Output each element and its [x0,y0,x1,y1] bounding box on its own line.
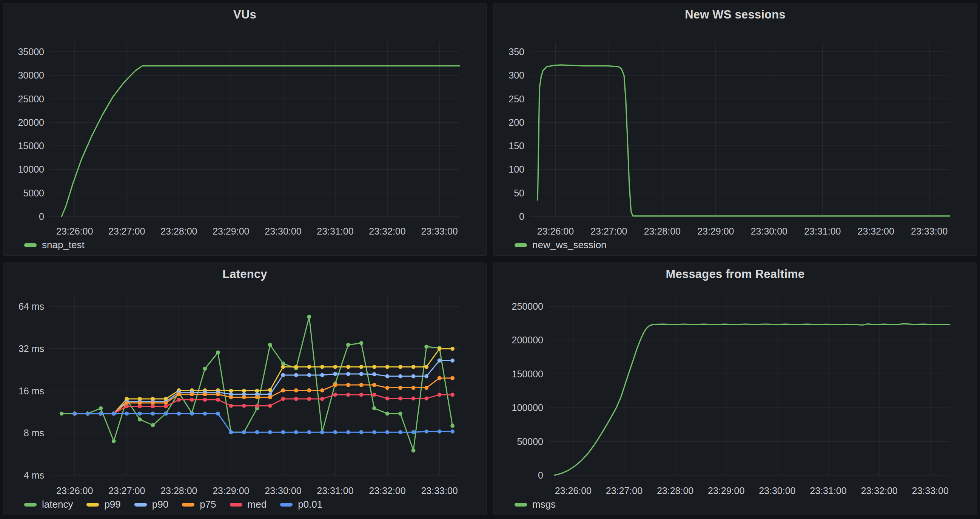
x-tick-label: 23:33:00 [421,485,458,496]
series-line-p99 [75,349,453,414]
legend-item-p0.01[interactable]: p0.01 [280,498,322,510]
y-tick-label: 0 [519,211,524,222]
legend-item-msgs[interactable]: msgs [514,498,556,510]
y-tick-label: 250000 [512,301,543,311]
panel-new-ws-sessions: New WS sessions 23:26:0023:27:0023:28:00… [493,3,977,256]
legend-series-swatch [86,503,99,506]
legend-series-label: med [248,498,267,510]
chart-canvas-messages-from-realtime[interactable]: 23:26:0023:27:0023:28:0023:29:0023:30:00… [494,263,977,515]
y-tick-label: 50 [514,188,524,198]
y-tick-label: 200000 [512,335,543,345]
y-tick-label: 15000 [18,141,44,151]
legend-series-swatch [24,503,37,506]
y-tick-label: 250 [509,94,524,104]
legend-series-swatch [280,503,293,506]
x-tick-label: 23:32:00 [369,485,406,496]
series-points-p0.01 [73,412,455,434]
x-tick-label: 23:28:00 [657,485,694,496]
series-line-msgs [555,324,950,475]
x-tick-label: 23:29:00 [697,226,734,236]
legend-vus: snap_test [24,239,84,251]
x-tick-label: 23:33:00 [912,485,949,496]
y-tick-label: 50000 [517,436,543,447]
y-tick-label: 35000 [18,46,44,57]
x-tick-label: 23:27:00 [606,485,643,496]
legend-item-snap_test[interactable]: snap_test [24,239,84,251]
x-tick-label: 23:29:00 [213,226,249,236]
legend-item-new_ws_session[interactable]: new_ws_session [514,239,607,251]
y-tick-label: 350 [509,46,524,57]
legend-series-label: p75 [200,498,216,510]
legend-item-latency[interactable]: latency [24,498,73,510]
series-points-p75 [73,376,455,416]
series-line-new_ws_session [538,65,950,216]
y-tick-label: 30000 [18,70,44,80]
legend-series-swatch [182,503,194,506]
legend-item-p99[interactable]: p99 [86,498,121,510]
x-tick-label: 23:26:00 [555,485,592,496]
chart-canvas-new-ws-sessions[interactable]: 23:26:0023:27:0023:28:0023:29:0023:30:00… [494,3,977,256]
y-tick-label: 100000 [512,402,543,413]
x-tick-label: 23:31:00 [810,485,846,496]
series-line-p0.01 [75,414,453,432]
x-tick-label: 23:31:00 [317,485,353,496]
series-line-snap_test [62,66,460,216]
legend-series-label: snap_test [42,239,84,251]
y-tick-label: 8 ms [24,428,44,438]
x-tick-label: 23:26:00 [537,226,574,236]
panel-latency: Latency 23:26:0023:27:0023:28:0023:29:00… [3,262,487,515]
x-tick-label: 23:29:00 [213,485,249,496]
x-tick-label: 23:32:00 [369,226,406,236]
legend-series-label: latency [42,498,73,510]
x-tick-label: 23:28:00 [161,485,197,496]
panel-vus: VUs 23:26:0023:27:0023:28:0023:29:0023:3… [3,3,487,256]
legend-series-swatch [230,503,242,506]
y-tick-label: 10000 [18,164,44,174]
y-tick-label: 16 ms [19,386,44,396]
legend-latency: latencyp99p90p75medp0.01 [24,498,322,510]
y-tick-label: 64 ms [19,301,44,311]
y-tick-label: 0 [39,211,44,222]
x-tick-label: 23:30:00 [265,226,301,236]
legend-series-swatch [24,243,37,247]
x-tick-label: 23:30:00 [265,485,301,496]
y-tick-label: 150000 [512,369,543,379]
legend-series-label: msgs [532,498,556,510]
legend-series-label: p0.01 [298,498,322,510]
x-tick-label: 23:27:00 [590,226,627,236]
legend-item-p75[interactable]: p75 [182,498,216,510]
y-tick-label: 150 [509,141,524,151]
grafana-dashboard: { "theme": { "page_bg": "#111217", "pane… [0,0,980,519]
x-tick-label: 23:33:00 [911,226,948,236]
y-tick-label: 32 ms [19,343,44,354]
x-tick-label: 23:29:00 [708,485,745,496]
x-tick-label: 23:30:00 [759,485,795,496]
legend-series-label: p90 [152,498,169,510]
legend-item-med[interactable]: med [230,498,267,510]
y-tick-label: 0 [538,470,543,481]
legend-series-swatch [134,503,147,506]
legend-series-swatch [514,503,527,506]
legend-series-swatch [514,243,527,247]
chart-canvas-vus[interactable]: 23:26:0023:27:0023:28:0023:29:0023:30:00… [3,3,486,256]
x-tick-label: 23:26:00 [56,485,93,496]
x-tick-label: 23:32:00 [861,485,897,496]
x-tick-label: 23:31:00 [804,226,841,236]
y-tick-label: 5000 [23,188,44,198]
legend-messages-from-realtime: msgs [514,498,556,510]
y-tick-label: 4 ms [24,470,44,481]
y-tick-label: 300 [509,70,524,80]
y-tick-label: 25000 [18,94,44,104]
chart-canvas-latency[interactable]: 23:26:0023:27:0023:28:0023:29:0023:30:00… [3,263,486,515]
y-tick-label: 100 [509,164,524,174]
x-tick-label: 23:31:00 [317,226,353,236]
x-tick-label: 23:30:00 [751,226,788,236]
x-tick-label: 23:26:00 [56,226,93,236]
legend-item-p90[interactable]: p90 [134,498,169,510]
x-tick-label: 23:28:00 [161,226,197,236]
series-line-p75 [75,378,453,414]
x-tick-label: 23:27:00 [108,485,145,496]
legend-new-ws-sessions: new_ws_session [514,239,607,251]
y-tick-label: 20000 [18,117,44,128]
x-tick-label: 23:27:00 [108,226,145,236]
